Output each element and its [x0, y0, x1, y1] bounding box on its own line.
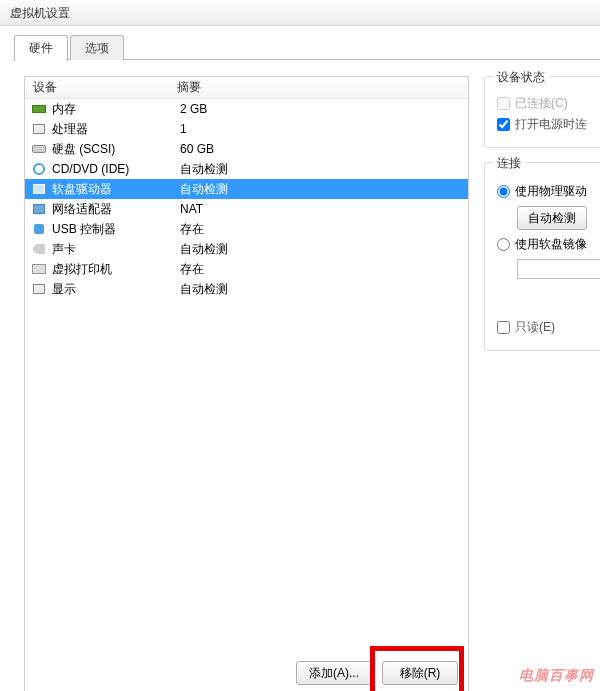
window-title: 虚拟机设置: [10, 6, 70, 20]
device-name: 内存: [52, 101, 180, 118]
device-status-title: 设备状态: [493, 69, 549, 86]
remove-button[interactable]: 移除(R): [382, 661, 458, 685]
tab-panel: 设备 摘要 内存2 GB处理器1硬盘 (SCSI)60 GBCD/DVD (ID…: [14, 59, 600, 691]
device-summary: NAT: [180, 202, 468, 216]
connection-title: 连接: [493, 155, 525, 172]
device-name: CD/DVD (IDE): [52, 162, 180, 176]
add-button[interactable]: 添加(A)...: [296, 661, 372, 685]
read-only-checkbox[interactable]: 只读(E): [497, 319, 600, 336]
connected-checkbox: 已连接(C): [497, 95, 600, 112]
device-summary: 自动检测: [180, 161, 468, 178]
mem-icon: [31, 102, 47, 116]
device-row[interactable]: 处理器1: [25, 119, 468, 139]
col-summary[interactable]: 摘要: [177, 79, 468, 96]
device-name: 虚拟打印机: [52, 261, 180, 278]
device-summary: 存在: [180, 221, 468, 238]
device-row[interactable]: 内存2 GB: [25, 99, 468, 119]
device-list-frame: 设备 摘要 内存2 GB处理器1硬盘 (SCSI)60 GBCD/DVD (ID…: [24, 76, 469, 691]
device-row[interactable]: 网络适配器NAT: [25, 199, 468, 219]
hdd-icon: [31, 142, 47, 156]
device-name: 软盘驱动器: [52, 181, 180, 198]
use-image-input[interactable]: [497, 238, 510, 251]
device-summary: 自动检测: [180, 241, 468, 258]
device-name: 硬盘 (SCSI): [52, 141, 180, 158]
col-device[interactable]: 设备: [25, 79, 177, 96]
read-only-input[interactable]: [497, 321, 510, 334]
connect-on-power-input[interactable]: [497, 118, 510, 131]
connected-checkbox-input: [497, 97, 510, 110]
device-name: 声卡: [52, 241, 180, 258]
device-row[interactable]: 硬盘 (SCSI)60 GB: [25, 139, 468, 159]
use-physical-radio[interactable]: 使用物理驱动: [497, 183, 600, 200]
image-path-input[interactable]: [517, 259, 600, 279]
device-summary: 自动检测: [180, 181, 468, 198]
cd-icon: [31, 162, 47, 176]
fd-icon: [31, 182, 47, 196]
use-image-radio[interactable]: 使用软盘镜像: [497, 236, 600, 253]
device-summary: 自动检测: [180, 281, 468, 298]
device-name: 网络适配器: [52, 201, 180, 218]
use-physical-input[interactable]: [497, 185, 510, 198]
cpu-icon: [31, 122, 47, 136]
right-pane: 设备状态 已连接(C) 打开电源时连 连接 使用物理驱动 自动检测: [484, 76, 600, 365]
device-summary: 1: [180, 122, 468, 136]
device-name: USB 控制器: [52, 221, 180, 238]
connect-on-power-checkbox[interactable]: 打开电源时连: [497, 116, 600, 133]
watermark: 电脑百事网: [519, 667, 594, 685]
device-list[interactable]: 内存2 GB处理器1硬盘 (SCSI)60 GBCD/DVD (IDE)自动检测…: [25, 99, 468, 299]
connection-group: 连接 使用物理驱动 自动检测 使用软盘镜像 创: [484, 162, 600, 351]
device-status-group: 设备状态 已连接(C) 打开电源时连: [484, 76, 600, 148]
dsp-icon: [31, 282, 47, 296]
device-name: 显示: [52, 281, 180, 298]
prn-icon: [31, 262, 47, 276]
tabs-row: 硬件 选项: [14, 34, 600, 60]
device-name: 处理器: [52, 121, 180, 138]
device-row[interactable]: USB 控制器存在: [25, 219, 468, 239]
device-summary: 60 GB: [180, 142, 468, 156]
net-icon: [31, 202, 47, 216]
usb-icon: [31, 222, 47, 236]
tab-options[interactable]: 选项: [70, 35, 124, 60]
window-titlebar: 虚拟机设置: [0, 0, 600, 26]
device-list-header: 设备 摘要: [25, 77, 468, 99]
device-row[interactable]: 显示自动检测: [25, 279, 468, 299]
device-summary: 2 GB: [180, 102, 468, 116]
snd-icon: [31, 242, 47, 256]
device-row[interactable]: CD/DVD (IDE)自动检测: [25, 159, 468, 179]
device-row[interactable]: 软盘驱动器自动检测: [25, 179, 468, 199]
device-summary: 存在: [180, 261, 468, 278]
device-row[interactable]: 声卡自动检测: [25, 239, 468, 259]
tab-hardware[interactable]: 硬件: [14, 35, 68, 61]
auto-detect-dropdown[interactable]: 自动检测: [517, 206, 587, 230]
device-row[interactable]: 虚拟打印机存在: [25, 259, 468, 279]
